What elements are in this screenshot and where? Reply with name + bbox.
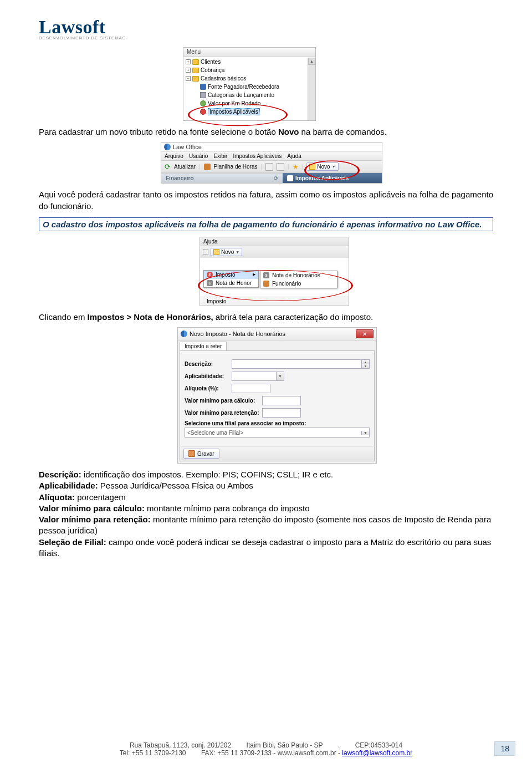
- valmin-ret-input[interactable]: [262, 408, 301, 418]
- category-icon: [200, 92, 206, 98]
- dropdown-icon[interactable]: ▼: [361, 431, 369, 435]
- folder-icon: [192, 68, 199, 73]
- valmin-calc-input[interactable]: [262, 396, 301, 405]
- tax-icon: [200, 109, 206, 115]
- filial-select[interactable]: <Selecione uma Filial> ▼: [185, 428, 370, 438]
- fonte-icon: [200, 84, 206, 90]
- tree-item-cadastros[interactable]: − Cadastros básicos: [186, 74, 313, 83]
- menu-arquivo[interactable]: Arquivo: [165, 153, 183, 159]
- scroll-up-icon[interactable]: ▲: [308, 58, 315, 65]
- descricao-input[interactable]: ▲▼: [232, 359, 370, 369]
- tree-item-categorias[interactable]: Categorias de Lançamento: [186, 91, 313, 99]
- menu-exibir[interactable]: Exibir: [213, 153, 227, 159]
- toolbar-button-2[interactable]: [277, 163, 284, 171]
- dropdown-icon[interactable]: ▼: [276, 372, 284, 380]
- footer-address: Rua Tabapuã, 1123, conj. 201/202: [130, 741, 231, 749]
- gravar-button[interactable]: Gravar: [183, 449, 219, 459]
- close-button[interactable]: ✕: [356, 329, 374, 338]
- aliquota-input[interactable]: [232, 384, 270, 393]
- label-aplicabilidade: Aplicabilidade:: [185, 373, 229, 379]
- note-icon: $: [263, 272, 269, 278]
- para-bold: Novo: [278, 127, 299, 136]
- tree-label: Clientes: [201, 59, 221, 65]
- tree-item-clientes[interactable]: + Clientes: [186, 58, 313, 66]
- aplicabilidade-select[interactable]: ▼: [232, 372, 284, 381]
- menu-item-imposto[interactable]: $ Imposto ▶: [204, 271, 258, 279]
- star-icon[interactable]: ★: [293, 163, 299, 171]
- menu-impostos[interactable]: Impostos Aplicáveis: [233, 153, 282, 159]
- def-aliquota: Alíquota: porcentagem: [39, 492, 493, 503]
- info-box: O cadastro dos impostos aplicáveis na fo…: [39, 217, 493, 231]
- window-title-text: Law Office: [173, 144, 202, 150]
- label-filial: Selecione uma filial para associar ao im…: [185, 420, 370, 426]
- label-valmin-calc: Valor mínimo para cálculo:: [185, 398, 259, 404]
- app-icon: [164, 144, 171, 150]
- def-filial: Seleção de Filial: campo onde você poder…: [39, 537, 493, 560]
- folder-icon: [192, 76, 199, 82]
- menu-ajuda[interactable]: Ajuda: [287, 153, 301, 159]
- tree-item-impostos[interactable]: Impostos Aplicáveis: [186, 108, 313, 116]
- footer-dot: .: [338, 741, 340, 749]
- paragraph-clicando: Clicando em Impostos > Nota de Honorário…: [39, 312, 493, 323]
- page-number: 18: [494, 741, 515, 756]
- menu-usuario[interactable]: Usuário: [189, 153, 208, 159]
- dollar-icon: $: [207, 272, 213, 278]
- tree-label: Cadastros básicos: [201, 75, 246, 82]
- planilha-button[interactable]: Planilha de Horas: [214, 164, 258, 170]
- strip-financeiro: Financeiro ⟳: [161, 173, 283, 183]
- note-icon: $: [207, 280, 213, 286]
- dialog-titlebar: Novo Imposto - Nota de Honorários ✕: [178, 328, 376, 340]
- label-descricao: Descrição:: [185, 361, 229, 367]
- folder-icon: [192, 59, 199, 65]
- tree-item-fonte[interactable]: Fonte Pagadora/Recebedora: [186, 83, 313, 91]
- logo-subtitle: DESENVOLVIMENTO DE SISTEMAS: [39, 35, 493, 40]
- screenshot-toolbar: Law Office Arquivo Usuário Exibir Impost…: [161, 142, 382, 184]
- definitions-list: Descrição: identificação dos impostos. E…: [39, 469, 493, 559]
- atualizar-button[interactable]: Atualizar: [174, 164, 196, 170]
- footer-tel: Tel: +55 11 3709-2130: [120, 749, 186, 757]
- paragraph-cadastrar: Aqui você poderá cadastrar tanto os impo…: [39, 189, 493, 212]
- new-icon: [309, 164, 315, 170]
- def-descricao: Descrição: identificação dos impostos. E…: [39, 469, 493, 480]
- refresh-icon[interactable]: ⟳: [165, 163, 171, 170]
- novo-label: Novo: [221, 249, 234, 255]
- expand-icon[interactable]: +: [186, 68, 191, 73]
- dialog-footer: Gravar: [180, 446, 375, 461]
- window-title: Law Office: [161, 143, 382, 151]
- tree-label: Categorias de Lançamento: [208, 92, 274, 98]
- label-aliquota: Alíquota (%):: [185, 385, 229, 391]
- tree-item-valorkm[interactable]: Valor por Km Rodado: [186, 99, 313, 108]
- collapse-icon[interactable]: −: [186, 76, 191, 81]
- toolbar-btn[interactable]: [203, 249, 208, 255]
- tree-label: Fonte Pagadora/Recebedora: [208, 84, 279, 90]
- submenu-item-funcionario[interactable]: Funcionário: [260, 279, 337, 288]
- scrollbar[interactable]: ▲: [308, 58, 315, 120]
- label-valmin-ret: Valor mínimo para retenção:: [185, 410, 259, 416]
- dropdown-icon: ▼: [236, 250, 239, 254]
- spinner-icon[interactable]: ▲▼: [361, 360, 369, 368]
- menubar: Arquivo Usuário Exibir Impostos Aplicáve…: [161, 151, 382, 161]
- footer-email-link[interactable]: lawsoft@lawsoft.com.br: [342, 749, 412, 757]
- value-icon: [200, 100, 206, 106]
- submenu-arrow-icon: ▶: [253, 272, 255, 277]
- dialog-form: Descrição: ▲▼ Aplicabilidade: ▼ Alíquota…: [180, 350, 375, 446]
- novo-button[interactable]: Novo ▼: [211, 248, 242, 256]
- timesheet-icon[interactable]: [204, 164, 211, 170]
- tab-imposto-reter[interactable]: Imposto a reter: [180, 342, 227, 350]
- strip-icon: [287, 175, 293, 181]
- novo-button[interactable]: Novo ▼: [306, 162, 338, 171]
- tree-item-cobranca[interactable]: + Cobrança: [186, 66, 313, 74]
- filial-placeholder: <Selecione uma Filial>: [185, 430, 361, 436]
- menu-item-nota[interactable]: $ Nota de Honor: [204, 279, 258, 287]
- toolbar-button-1[interactable]: [265, 163, 273, 171]
- logo-text: Lawsoft: [39, 17, 493, 38]
- submenu-item-nota[interactable]: $ Nota de Honorários: [260, 271, 337, 279]
- def-valmin-calc: Valor mínimo para cálculo: montante míni…: [39, 503, 493, 514]
- header-logo: Lawsoft DESENVOLVIMENTO DE SISTEMAS: [39, 17, 493, 40]
- expand-icon[interactable]: +: [186, 59, 191, 64]
- footer-city: Itaim Bibi, São Paulo - SP: [247, 741, 323, 749]
- para-bold: Impostos > Nota de Honorários,: [88, 312, 213, 322]
- tree-label: Cobrança: [201, 67, 224, 73]
- def-aplicabilidade: Aplicabilidade: Pessoa Jurídica/Pessoa F…: [39, 480, 493, 491]
- refresh-small-icon[interactable]: ⟳: [274, 175, 278, 181]
